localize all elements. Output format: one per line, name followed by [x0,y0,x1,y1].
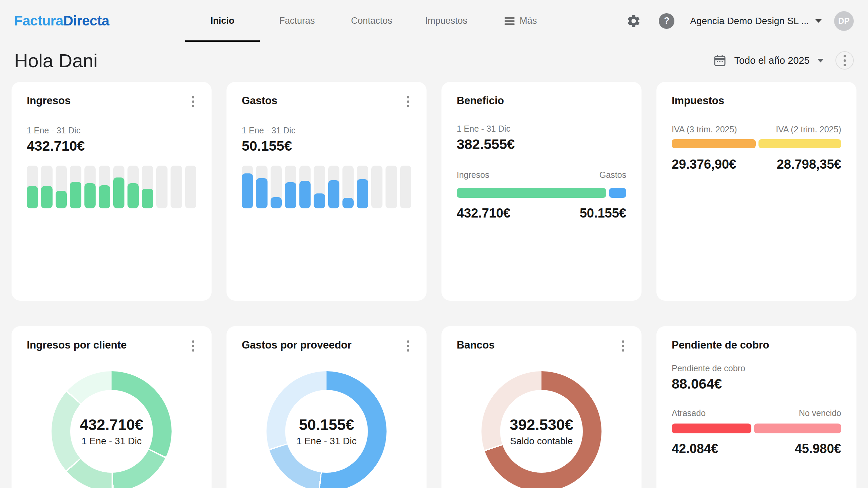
bancos-donut-chart: 392.530€ Saldo contable [481,371,601,488]
main-nav: Inicio Facturas Contactos Impuestos Más [185,0,558,42]
card-gastos-por-proveedor: Gastos por proveedor 50.155€ 1 Ene - 31 … [226,326,427,488]
card-ingresos-por-cliente-title: Ingresos por cliente [27,339,127,351]
pendiente-split-bar [672,424,841,433]
beneficio-left-label: Ingresos [457,170,489,180]
tab-mas[interactable]: Más [484,0,558,42]
kebab-icon [844,55,846,66]
help-button[interactable]: ? [659,13,674,29]
card-gastos-value: 50.155€ [242,138,411,154]
period-selector[interactable]: Todo el año 2025 [713,54,824,67]
tab-contactos-label: Contactos [351,16,392,26]
card-pendiente-title: Pendiente de cobro [672,339,769,351]
menu-icon [505,17,515,25]
donut-center-label: Saldo contable [510,436,573,447]
card-bancos: Bancos 392.530€ Saldo contable [441,326,642,488]
calendar-icon [713,54,727,67]
brand-logo-part1: Factura [14,13,63,29]
avatar-initials: DP [838,16,849,26]
period-label: Todo el año 2025 [734,55,810,66]
impuestos-right-value: 28.798,35€ [777,157,841,172]
pendiente-value: 88.064€ [672,376,841,392]
impuestos-split-bar [672,139,841,148]
kebab-icon [407,96,409,107]
card-impuestos-title: Impuestos [672,95,724,107]
beneficio-split-bar [457,188,626,198]
tab-mas-label: Más [519,16,537,26]
chevron-down-icon [815,19,822,23]
chevron-down-icon [817,59,824,62]
ingresos-por-cliente-donut-chart: 432.710€ 1 Ene - 31 Dic [52,371,172,488]
card-gastos-period: 1 Ene - 31 Dic [242,126,411,135]
card-beneficio-period: 1 Ene - 31 Dic [457,124,626,134]
card-bancos-title: Bancos [457,339,495,351]
pendiente-right-label: No vencido [799,408,841,418]
subheader: Hola Dani Todo el año 2025 [0,42,868,77]
pendiente-label: Pendiente de cobro [672,363,841,373]
help-icon: ? [664,16,670,26]
card-gastos-por-proveedor-menu-button[interactable] [405,339,411,353]
donut-center-label: 1 Ene - 31 Dic [81,436,141,447]
dashboard-menu-button[interactable] [835,51,854,70]
tab-inicio-label: Inicio [211,16,235,26]
card-pendiente-de-cobro: Pendiente de cobro Pendiente de cobro 88… [656,326,856,488]
card-impuestos: Impuestos IVA (3 trim. 2025) IVA (2 trim… [656,82,856,301]
account-menu[interactable]: Agencia Demo Design SL ... [690,16,822,26]
top-bar: FacturaDirecta Inicio Facturas Contactos… [0,0,868,42]
kebab-icon [622,340,624,352]
card-ingresos-title: Ingresos [27,95,71,107]
donut-center-label: 1 Ene - 31 Dic [296,436,356,447]
tab-facturas[interactable]: Facturas [260,0,334,42]
card-gastos-title: Gastos [242,95,277,107]
card-beneficio-title: Beneficio [457,95,504,107]
tab-facturas-label: Facturas [279,16,315,26]
card-ingresos: Ingresos 1 Ene - 31 Dic 432.710€ [12,82,212,301]
card-ingresos-period: 1 Ene - 31 Dic [27,126,196,135]
card-ingresos-por-cliente-menu-button[interactable] [190,339,196,353]
card-gastos-menu-button[interactable] [405,95,411,109]
impuestos-left-value: 29.376,90€ [672,157,736,172]
avatar[interactable]: DP [834,11,854,31]
card-beneficio-value: 382.555€ [457,136,626,152]
pendiente-left-label: Atrasado [672,408,706,418]
gastos-por-proveedor-donut-chart: 50.155€ 1 Ene - 31 Dic [267,371,387,488]
subheader-controls: Todo el año 2025 [713,51,854,70]
ingresos-bar-chart [27,166,196,208]
cards-grid: Ingresos 1 Ene - 31 Dic 432.710€ Gastos … [0,77,868,488]
kebab-icon [407,340,409,352]
impuestos-left-label: IVA (3 trim. 2025) [672,125,737,134]
card-gastos-por-proveedor-title: Gastos por proveedor [242,339,352,351]
impuestos-right-label: IVA (2 trim. 2025) [776,125,841,134]
kebab-icon [192,340,194,352]
donut-center-value: 50.155€ [299,416,354,434]
brand-logo[interactable]: FacturaDirecta [14,13,109,29]
tab-impuestos[interactable]: Impuestos [409,0,484,42]
gear-icon [626,14,641,29]
card-ingresos-menu-button[interactable] [190,95,196,109]
account-name: Agencia Demo Design SL ... [690,16,809,26]
gastos-bar-chart [242,166,411,208]
card-ingresos-por-cliente: Ingresos por cliente 432.710€ 1 Ene - 31… [12,326,212,488]
brand-logo-part2: Directa [63,13,110,29]
kebab-icon [192,96,194,107]
beneficio-right-label: Gastos [599,170,626,180]
tab-impuestos-label: Impuestos [425,16,468,26]
settings-button[interactable] [626,14,641,29]
top-right-controls: ? Agencia Demo Design SL ... DP [626,11,854,31]
card-ingresos-value: 432.710€ [27,138,196,154]
page-title: Hola Dani [14,50,98,72]
tab-inicio[interactable]: Inicio [185,0,260,42]
beneficio-left-value: 432.710€ [457,206,511,221]
card-beneficio: Beneficio 1 Ene - 31 Dic 382.555€ Ingres… [441,82,642,301]
tab-contactos[interactable]: Contactos [334,0,409,42]
beneficio-right-value: 50.155€ [580,206,626,221]
pendiente-right-value: 45.980€ [795,442,841,456]
card-gastos: Gastos 1 Ene - 31 Dic 50.155€ [226,82,427,301]
card-bancos-menu-button[interactable] [620,339,626,353]
pendiente-left-value: 42.084€ [672,442,718,456]
donut-center-value: 432.710€ [80,416,143,434]
donut-center-value: 392.530€ [510,416,573,434]
